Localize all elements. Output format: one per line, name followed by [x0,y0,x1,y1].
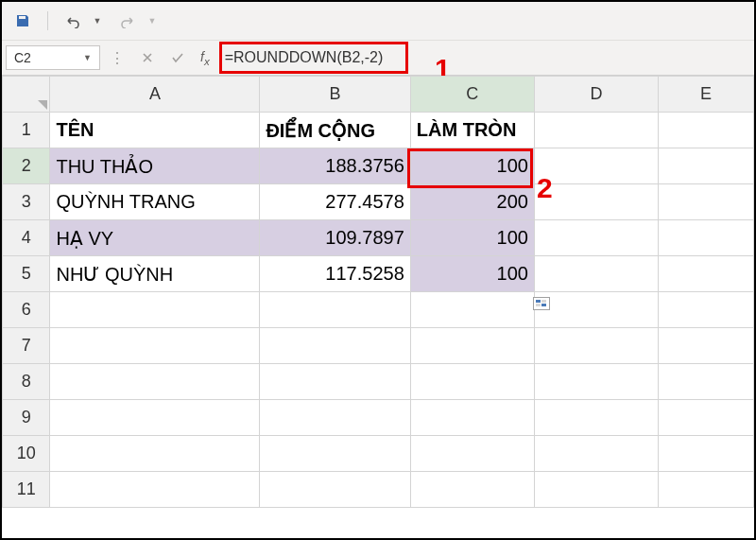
cell-b3[interactable]: 277.4578 [260,184,410,220]
cell-e3[interactable] [659,184,754,220]
cell-a5[interactable]: NHƯ QUỲNH [50,256,260,292]
row-header-8[interactable]: 8 [3,364,50,400]
cell-c4[interactable]: 100 [410,220,534,256]
cell-d5[interactable] [534,256,658,292]
cell-d1[interactable] [534,113,658,148]
cell-d11[interactable] [534,472,658,508]
cell-d9[interactable] [534,400,658,436]
formula-bar-row: C2 ▼ ⋮ fx [2,40,754,76]
row-header-6[interactable]: 6 [3,292,50,328]
cell-d8[interactable] [534,364,658,400]
col-header-c[interactable]: C [410,77,534,113]
col-header-e[interactable]: E [659,77,754,113]
cell-b9[interactable] [260,400,410,436]
cell-e8[interactable] [659,364,754,400]
col-header-b[interactable]: B [260,77,410,113]
row-header-2[interactable]: 2 [3,148,50,184]
name-box-value: C2 [14,50,31,65]
cell-c3[interactable]: 200 [410,184,534,220]
formula-bar [219,45,750,70]
cell-d3[interactable] [534,184,658,220]
col-header-a[interactable]: A [50,77,260,113]
cell-c9[interactable] [410,400,534,436]
cell-c7[interactable] [410,328,534,364]
cell-c6[interactable] [410,292,534,328]
redo-icon[interactable] [118,11,137,30]
cell-e6[interactable] [659,292,754,328]
row-header-5[interactable]: 5 [3,256,50,292]
row-header-11[interactable]: 11 [3,472,50,508]
cell-e4[interactable] [659,220,754,256]
cell-c8[interactable] [410,364,534,400]
annotation-number-2: 2 [537,172,553,204]
cell-a9[interactable] [50,400,260,436]
cell-b4[interactable]: 109.7897 [260,220,410,256]
undo-icon[interactable] [63,11,82,30]
cell-b6[interactable] [260,292,410,328]
cell-d7[interactable] [534,328,658,364]
row-header-9[interactable]: 9 [3,400,50,436]
spreadsheet-grid[interactable]: A B C D E 1 TÊN ĐIỂM CỘNG LÀM TRÒN 2 THU… [2,76,754,508]
row-header-4[interactable]: 4 [3,220,50,256]
row-header-3[interactable]: 3 [3,184,50,220]
quick-access-toolbar: ▼ ▼ [2,2,754,40]
cell-a8[interactable] [50,364,260,400]
cell-a3[interactable]: QUỲNH TRANG [50,184,260,220]
cell-d10[interactable] [534,436,658,472]
cell-a1[interactable]: TÊN [50,113,260,148]
cell-b7[interactable] [260,328,410,364]
separator [47,11,48,30]
cell-b1[interactable]: ĐIỂM CỘNG [260,113,410,148]
cell-b8[interactable] [260,364,410,400]
cell-c11[interactable] [410,472,534,508]
cell-e11[interactable] [659,472,754,508]
cell-c2[interactable]: 100 [410,148,534,184]
svg-rect-1 [541,300,546,303]
autofill-options-icon[interactable] [533,297,550,310]
cell-d6[interactable] [534,292,658,328]
cell-c5[interactable]: 100 [410,256,534,292]
row-header-7[interactable]: 7 [3,328,50,364]
row-header-1[interactable]: 1 [3,113,50,148]
row-header-10[interactable]: 10 [3,436,50,472]
cell-e2[interactable] [659,148,754,184]
cell-e10[interactable] [659,436,754,472]
undo-dropdown-icon[interactable]: ▼ [88,11,107,30]
fx-label[interactable]: fx [195,49,215,67]
function-more-icon[interactable]: ⋮ [104,45,130,70]
col-header-d[interactable]: D [534,77,658,113]
save-icon[interactable] [13,11,32,30]
redo-dropdown-icon[interactable]: ▼ [143,11,162,30]
formula-input[interactable] [219,45,750,70]
cell-a6[interactable] [50,292,260,328]
cell-a11[interactable] [50,472,260,508]
cell-d4[interactable] [534,220,658,256]
enter-icon[interactable] [164,45,191,70]
cancel-icon[interactable] [134,45,161,70]
cell-b5[interactable]: 117.5258 [260,256,410,292]
cell-e9[interactable] [659,400,754,436]
name-box-dropdown-icon[interactable]: ▼ [83,53,92,62]
cell-b10[interactable] [260,436,410,472]
cell-a4[interactable]: HẠ VY [50,220,260,256]
svg-rect-3 [541,304,546,306]
select-all-corner[interactable] [3,77,50,113]
cell-e5[interactable] [659,256,754,292]
svg-rect-2 [536,304,541,306]
spreadsheet-grid-wrap: A B C D E 1 TÊN ĐIỂM CỘNG LÀM TRÒN 2 THU… [2,76,754,508]
cell-a7[interactable] [50,328,260,364]
cell-e1[interactable] [659,113,754,148]
cell-e7[interactable] [659,328,754,364]
cell-c1[interactable]: LÀM TRÒN [410,113,534,148]
cell-a10[interactable] [50,436,260,472]
name-box[interactable]: C2 ▼ [6,45,100,70]
svg-rect-0 [536,300,541,303]
cell-b2[interactable]: 188.3756 [260,148,410,184]
cell-c10[interactable] [410,436,534,472]
cell-d2[interactable] [534,148,658,184]
cell-b11[interactable] [260,472,410,508]
cell-a2[interactable]: THU THẢO [50,148,260,184]
